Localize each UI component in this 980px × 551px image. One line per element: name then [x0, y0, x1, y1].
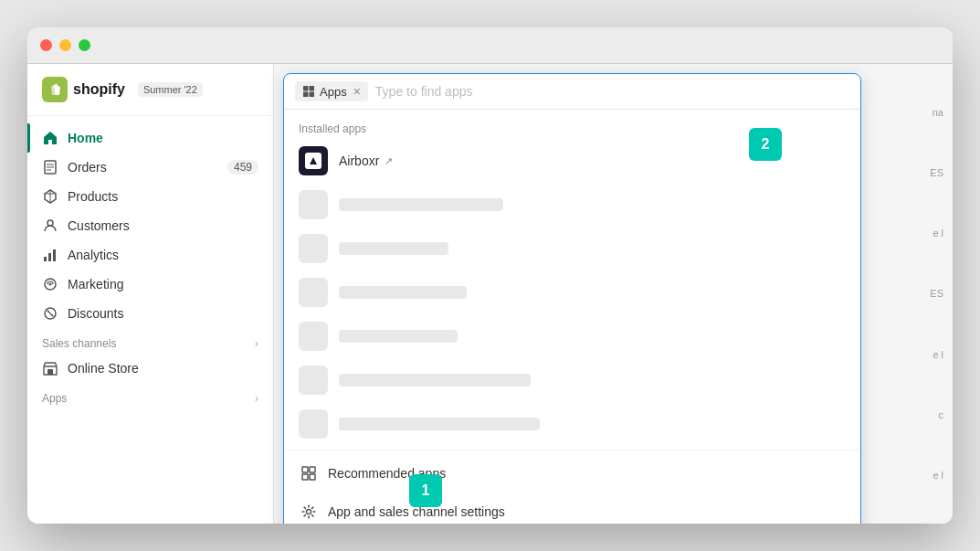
svg-point-11 [49, 283, 52, 286]
svg-point-15 [52, 315, 54, 317]
callout-2: 2 [749, 128, 782, 161]
sidebar-item-online-store[interactable]: Online Store [27, 354, 273, 383]
sidebar-item-orders[interactable]: Orders 459 [27, 153, 273, 182]
skeleton-icon-4 [299, 322, 328, 351]
analytics-icon [42, 247, 58, 263]
sidebar-item-home[interactable]: Home [27, 123, 273, 153]
callout-1: 1 [409, 474, 442, 507]
airboxr-name: Airboxr ↗ [339, 154, 393, 168]
grid-icon [299, 463, 319, 483]
skeleton-text-4 [339, 330, 458, 343]
sidebar-item-products[interactable]: Products [27, 182, 273, 211]
skeleton-row-6 [284, 402, 860, 446]
right-text-2: ES [930, 167, 943, 178]
svg-rect-16 [47, 369, 53, 375]
apps-chip-icon [302, 85, 315, 98]
orders-badge: 459 [227, 160, 258, 175]
recommended-apps-action[interactable]: Recommended apps [284, 454, 860, 493]
right-text-5: e l [933, 349, 943, 360]
chip-close-icon[interactable]: × [353, 84, 361, 99]
external-link-icon: ↗ [385, 155, 393, 167]
shopify-label: shopify [73, 81, 125, 98]
panel-body: Installed apps Airboxr ↗ [284, 110, 860, 524]
svg-rect-22 [310, 467, 315, 472]
skeleton-text-6 [339, 418, 540, 430]
svg-rect-8 [48, 253, 51, 261]
skeleton-icon-5 [299, 366, 328, 395]
skeleton-icon-1 [299, 190, 328, 219]
orders-icon [42, 159, 58, 175]
chevron-right-icon: › [255, 337, 258, 350]
close-button[interactable] [40, 39, 52, 51]
svg-rect-21 [302, 467, 308, 472]
shopify-logo: shopify [42, 77, 125, 102]
shopify-bag-icon [42, 77, 68, 102]
airboxr-icon-inner [305, 153, 321, 169]
home-label: Home [68, 131, 103, 145]
svg-rect-18 [310, 86, 315, 91]
svg-point-6 [47, 220, 53, 226]
customers-icon [42, 217, 58, 234]
marketing-icon [42, 276, 58, 292]
skeleton-text-1 [339, 198, 503, 211]
svg-rect-24 [310, 474, 315, 480]
nav-section: Home Orders 459 [27, 116, 273, 509]
skeleton-text-5 [339, 374, 531, 387]
apps-label: Apps [42, 392, 67, 405]
skeleton-icon-6 [299, 409, 328, 439]
products-icon [42, 188, 58, 205]
right-text-4: ES [930, 288, 943, 299]
right-text-6: c [939, 409, 944, 420]
right-panel-overlay: na ES e l ES e l c e l [870, 64, 953, 524]
svg-rect-17 [303, 86, 309, 91]
window-body: shopify Summer '22 Home [27, 64, 953, 524]
store-badge: Summer '22 [138, 82, 203, 97]
skeleton-row-2 [284, 227, 860, 270]
gear-icon [299, 502, 319, 522]
right-text-1: na [933, 107, 943, 118]
skeleton-icon-3 [299, 278, 328, 307]
svg-rect-20 [310, 92, 315, 98]
apps-chevron-icon: › [255, 392, 258, 405]
skeleton-row-5 [284, 358, 860, 402]
maximize-button[interactable] [79, 39, 90, 51]
search-bar: Apps × [284, 74, 860, 110]
customers-label: Customers [68, 218, 130, 233]
svg-point-14 [47, 311, 49, 313]
app-window: shopify Summer '22 Home [27, 27, 953, 524]
apps-search-chip[interactable]: Apps × [295, 81, 368, 101]
app-settings-action[interactable]: App and sales channel settings [284, 493, 860, 524]
orders-label: Orders [68, 160, 107, 175]
store-icon [42, 360, 58, 376]
online-store-label: Online Store [68, 361, 139, 376]
apps-chip-label: Apps [320, 85, 347, 99]
skeleton-text-3 [339, 286, 467, 299]
skeleton-text-2 [339, 242, 448, 255]
skeleton-row-4 [284, 314, 860, 358]
search-input[interactable] [375, 84, 849, 99]
minimize-button[interactable] [59, 39, 71, 51]
sidebar: shopify Summer '22 Home [27, 64, 274, 524]
apps-section-label: Apps › [27, 383, 273, 408]
skeleton-row-1 [284, 183, 860, 227]
skeleton-row-3 [284, 270, 860, 314]
analytics-label: Analytics [68, 248, 119, 262]
discounts-label: Discounts [68, 306, 123, 321]
marketing-label: Marketing [68, 277, 123, 291]
titlebar [27, 27, 953, 64]
svg-rect-19 [303, 92, 309, 98]
svg-rect-9 [53, 249, 56, 261]
sidebar-item-customers[interactable]: Customers [27, 211, 273, 240]
right-text-3: e l [933, 228, 943, 238]
sidebar-item-analytics[interactable]: Analytics [27, 240, 273, 270]
products-label: Products [68, 189, 118, 204]
sidebar-item-discounts[interactable]: Discounts [27, 299, 273, 328]
sidebar-item-marketing[interactable]: Marketing [27, 270, 273, 299]
svg-rect-7 [44, 257, 47, 261]
right-text-7: e l [933, 470, 943, 481]
sidebar-header: shopify Summer '22 [27, 64, 273, 116]
sales-channels-section-label: Sales channels › [27, 328, 273, 354]
home-icon [42, 130, 58, 146]
discounts-icon [42, 305, 58, 322]
svg-point-25 [307, 510, 311, 514]
